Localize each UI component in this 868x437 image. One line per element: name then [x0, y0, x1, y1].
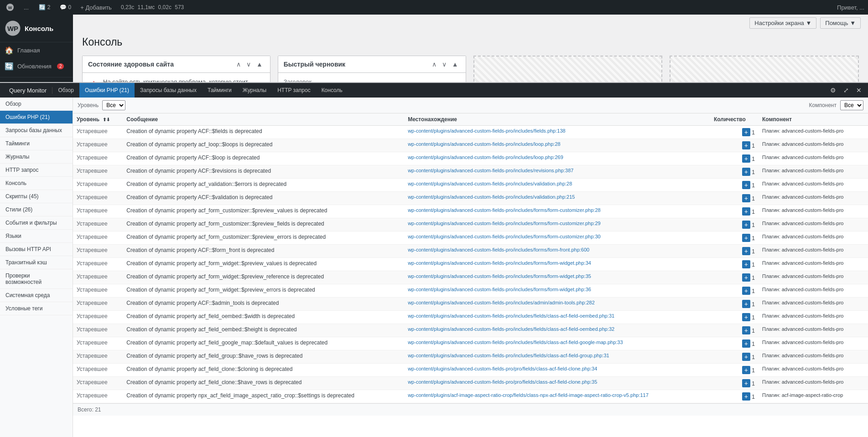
expand-row-btn[interactable]: +: [742, 181, 750, 189]
expand-row-btn[interactable]: +: [742, 353, 750, 361]
qm-nav-console[interactable]: Консоль: [316, 83, 348, 98]
qm-sidebar-transients[interactable]: Транзитный кэш: [0, 256, 73, 269]
qm-sidebar-php-errors[interactable]: Ошибки PHP (21): [0, 111, 73, 124]
expand-row-btn[interactable]: +: [742, 207, 750, 216]
qm-sidebar-scripts[interactable]: Скрипты (45): [0, 190, 73, 203]
cell-component: Плагин: advanced-custom-fields-pro: [759, 311, 868, 324]
sidebar-item-updates[interactable]: 🔄 Обновления 2: [0, 58, 73, 74]
help-button[interactable]: Помощь ▼: [820, 17, 861, 29]
expand-row-btn[interactable]: +: [742, 221, 750, 229]
cell-location: wp-content/plugins/advanced-custom-field…: [404, 205, 710, 218]
quick-draft-expand-btn[interactable]: ∨: [440, 60, 448, 69]
table-row: Устаревшее Creation of dynamic property …: [73, 218, 868, 231]
component-filter-select[interactable]: Все: [840, 100, 863, 110]
cell-location: wp-content/plugins/advanced-custom-field…: [404, 218, 710, 231]
cell-count: + 1: [710, 311, 759, 324]
expand-row-btn[interactable]: +: [742, 379, 750, 387]
postbox-remove-btn[interactable]: ▲: [255, 60, 265, 69]
qm-sidebar-caps[interactable]: Проверки возможностей: [0, 269, 73, 289]
qm-sidebar-logs[interactable]: Журналы: [0, 150, 73, 164]
wp-logo: W: [4, 1, 16, 14]
screen-options-label: Настройки экрана: [754, 20, 804, 26]
postbox-collapse-btn[interactable]: ∧: [234, 60, 243, 69]
expand-row-btn[interactable]: +: [742, 168, 750, 176]
qm-sidebar-hooks[interactable]: События и фильтры: [0, 216, 73, 230]
cell-component: Плагин: advanced-custom-fields-pro: [759, 179, 868, 192]
expand-row-btn[interactable]: +: [742, 339, 750, 348]
add-new-button[interactable]: + Добавить: [78, 4, 114, 11]
qm-nav-php-errors[interactable]: Ошибки PHP (21): [79, 83, 135, 98]
table-row: Устаревшее Creation of dynamic property …: [73, 258, 868, 271]
quick-draft-collapse-btn[interactable]: ∧: [430, 60, 438, 69]
qm-nav-logs[interactable]: Журналы: [237, 83, 272, 98]
cell-component: Плагин: advanced-custom-fields-pro: [759, 218, 868, 231]
col-component: Компонент: [759, 113, 868, 126]
expand-row-btn[interactable]: +: [742, 392, 750, 401]
qm-close-btn[interactable]: ✕: [853, 86, 864, 95]
qm-nav-db-queries[interactable]: Запросы базы данных: [135, 83, 202, 98]
qm-nav-timings[interactable]: Тайминги: [202, 83, 237, 98]
expand-row-btn[interactable]: +: [742, 234, 750, 242]
level-filter-select[interactable]: Все: [102, 100, 125, 110]
qm-nav-http[interactable]: HTTP запрос: [272, 83, 316, 98]
quick-draft-remove-btn[interactable]: ▲: [450, 60, 460, 69]
qm-settings-btn[interactable]: ⚙: [827, 86, 839, 95]
cell-count: + 1: [710, 377, 759, 390]
expand-row-btn[interactable]: +: [742, 154, 750, 163]
cell-level: Устаревшее: [73, 139, 123, 152]
screen-options-button[interactable]: Настройки экрана ▼: [749, 17, 816, 29]
cell-message: Creation of dynamic property ACF::$admin…: [123, 298, 404, 311]
cell-count: + 1: [710, 231, 759, 245]
col-level[interactable]: Уровень ⬆⬇: [73, 113, 123, 126]
qm-sidebar-http[interactable]: HTTP запрос: [0, 164, 73, 177]
expand-row-btn[interactable]: +: [742, 260, 750, 268]
expand-row-btn[interactable]: +: [742, 366, 750, 374]
qm-sidebar-db-queries[interactable]: Запросы базы данных: [0, 124, 73, 137]
table-row: Устаревшее Creation of dynamic property …: [73, 126, 868, 139]
col-message: Сообщение: [123, 113, 404, 126]
qm-sidebar-languages[interactable]: Языки: [0, 230, 73, 243]
comments-btn[interactable]: 💬 0: [57, 4, 74, 10]
svg-text:W: W: [8, 5, 12, 10]
perf-mem: 11,1мс: [138, 4, 155, 10]
site-name[interactable]: ...: [20, 4, 32, 11]
qm-sidebar-http-api[interactable]: Вызовы HTTP API: [0, 243, 73, 256]
cell-level: Устаревшее: [73, 218, 123, 231]
cell-count: + 1: [710, 390, 759, 403]
cell-message: Creation of dynamic property ACF::$field…: [123, 126, 404, 139]
cell-level: Устаревшее: [73, 364, 123, 377]
expand-row-btn[interactable]: +: [742, 141, 750, 149]
qm-sidebar: Обзор Ошибки PHP (21) Запросы базы данны…: [0, 98, 73, 437]
expand-row-btn[interactable]: +: [742, 287, 750, 295]
table-row: Устаревшее Creation of dynamic property …: [73, 284, 868, 298]
expand-row-btn[interactable]: +: [742, 300, 750, 308]
cell-count: + 1: [710, 337, 759, 350]
cell-level: Устаревшее: [73, 271, 123, 284]
cell-level: Устаревшее: [73, 350, 123, 364]
cell-message: Creation of dynamic property npx_acf_fie…: [123, 390, 404, 403]
cell-count: + 1: [710, 350, 759, 364]
cell-count: + 1: [710, 271, 759, 284]
user-greeting: Привет, ...: [837, 4, 864, 11]
qm-sidebar-env[interactable]: Системная среда: [0, 289, 73, 302]
qm-nav-overview[interactable]: Обзор: [52, 83, 79, 98]
updates-sidebar-badge: 2: [57, 63, 64, 69]
expand-row-btn[interactable]: +: [742, 326, 750, 334]
expand-row-btn[interactable]: +: [742, 313, 750, 321]
updates-btn[interactable]: 🔄 2: [36, 4, 53, 10]
expand-row-btn[interactable]: +: [742, 194, 750, 202]
qm-sidebar-styles[interactable]: Стили (26): [0, 203, 73, 216]
qm-sidebar-condtags[interactable]: Условные теги: [0, 302, 73, 315]
postbox-expand-btn[interactable]: ∨: [244, 60, 253, 69]
expand-row-btn[interactable]: +: [742, 273, 750, 282]
qm-expand-btn[interactable]: ⤢: [841, 86, 852, 95]
expand-row-btn[interactable]: +: [742, 128, 750, 136]
cell-level: Устаревшее: [73, 284, 123, 298]
table-row: Устаревшее Creation of dynamic property …: [73, 390, 868, 403]
qm-sidebar-overview[interactable]: Обзор: [0, 98, 73, 111]
component-filter-label: Компонент: [809, 102, 837, 108]
qm-sidebar-console[interactable]: Консоль: [0, 177, 73, 190]
sidebar-item-home[interactable]: 🏠 Главная: [0, 42, 73, 58]
expand-row-btn[interactable]: +: [742, 247, 750, 255]
qm-sidebar-timings[interactable]: Тайминги: [0, 137, 73, 150]
